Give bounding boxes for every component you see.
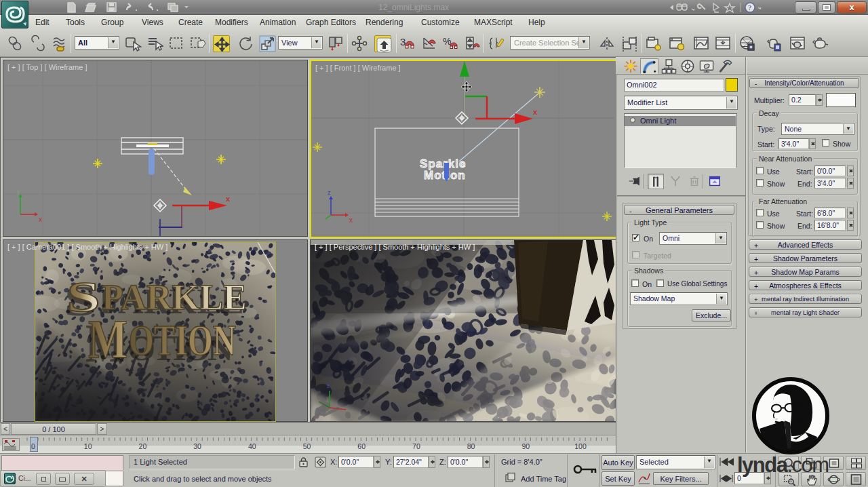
svg-text:%: % (443, 36, 451, 47)
svg-text:z: z (327, 383, 330, 389)
svg-text:3: 3 (400, 36, 406, 47)
svg-text:z: z (328, 189, 331, 196)
svg-text:x: x (39, 216, 42, 223)
svg-text:x: x (533, 108, 538, 116)
svg-text:OTION: OTION (129, 316, 236, 364)
svg-text:x: x (349, 216, 353, 224)
svg-text:M: M (88, 309, 127, 369)
svg-text:?: ? (748, 3, 751, 12)
svg-text:y: y (17, 188, 20, 195)
svg-text:x: x (226, 195, 231, 203)
